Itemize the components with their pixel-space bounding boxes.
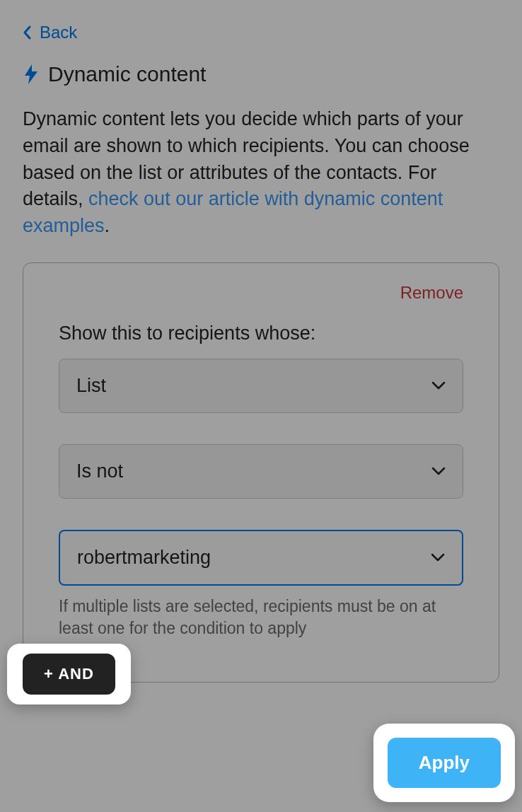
back-label: Back <box>40 23 77 42</box>
chevron-left-icon <box>23 25 31 40</box>
field-select-value: List <box>76 375 106 397</box>
remove-button[interactable]: Remove <box>59 283 463 303</box>
value-select[interactable]: robertmarketing <box>59 530 463 586</box>
helper-text: If multiple lists are selected, recipien… <box>59 596 463 639</box>
apply-button[interactable]: Apply <box>388 738 501 788</box>
apply-button-highlight: Apply <box>373 724 515 802</box>
value-select-value: robertmarketing <box>77 547 211 569</box>
condition-card: Remove Show this to recipients whose: Li… <box>23 262 499 683</box>
operator-select[interactable]: Is not <box>59 444 463 499</box>
lightning-icon <box>23 64 40 84</box>
back-button[interactable]: Back <box>23 23 499 42</box>
and-button[interactable]: + AND <box>23 654 115 695</box>
operator-select-value: Is not <box>76 460 123 482</box>
description-after: . <box>105 215 110 236</box>
and-button-highlight: + AND <box>7 644 131 704</box>
page-title-row: Dynamic content <box>23 62 499 86</box>
condition-prompt: Show this to recipients whose: <box>59 323 463 344</box>
description-text: Dynamic content lets you decide which pa… <box>23 106 499 240</box>
chevron-down-icon <box>431 553 445 562</box>
chevron-down-icon <box>431 381 446 390</box>
chevron-down-icon <box>431 467 446 475</box>
page-title: Dynamic content <box>48 62 206 86</box>
field-select[interactable]: List <box>59 359 463 413</box>
